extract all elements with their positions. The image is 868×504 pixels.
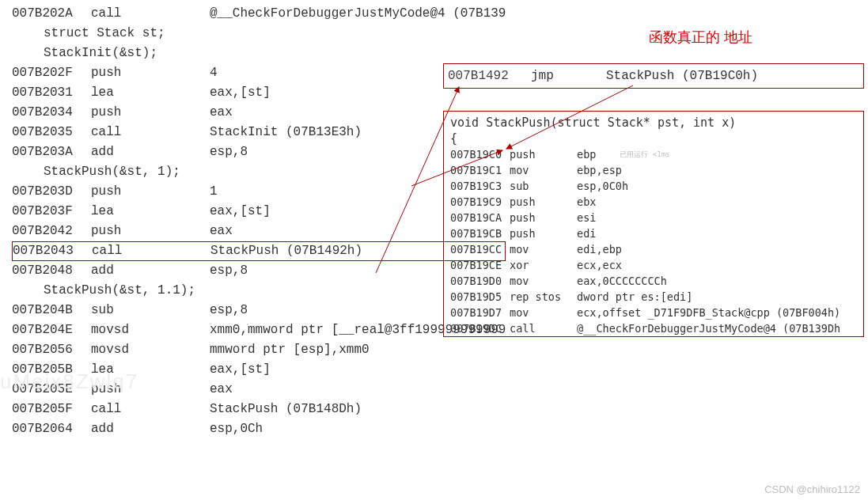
func-row[interactable]: 007B19CApushesi — [444, 210, 863, 225]
disasm-op: esp,0Ch — [210, 419, 263, 439]
disasm-op: 4 — [210, 63, 218, 83]
disasm-op: StackInit (07B13E3h) — [210, 123, 362, 142]
disasm-row[interactable]: 007B2043callStackPush (07B1492h) — [12, 241, 506, 261]
func-op: dword ptr es:[edi] — [577, 289, 692, 305]
disasm-row[interactable]: 007B202Acall@__CheckForDebuggerJustMyCod… — [12, 4, 506, 24]
func-row[interactable]: 007B19D7movecx,offset _D71F9DFB_Stack@cp… — [444, 305, 863, 320]
func-mnem: push — [510, 146, 577, 162]
disasm-op: StackPush (07B148Dh) — [210, 400, 362, 419]
disasm-mnem: movsd — [91, 320, 210, 340]
disassembly-left[interactable]: 007B202Acall@__CheckForDebuggerJustMyCod… — [12, 4, 506, 439]
function-body-box[interactable]: void StackPush(struct Stack* pst, int x)… — [443, 111, 864, 337]
source-line[interactable]: StackInit(&st); — [12, 44, 506, 63]
func-row[interactable]: 007B19DCcall@__CheckForDebuggerJustMyCod… — [444, 320, 863, 336]
disasm-addr: 007B204E — [12, 320, 91, 340]
disasm-row[interactable]: 007B203Aaddesp,8 — [12, 142, 506, 162]
disasm-addr: 007B2043 — [13, 241, 92, 261]
source-line[interactable]: StackPush(&st, 1.1); — [12, 281, 506, 301]
func-addr: 007B19D0 — [444, 273, 510, 289]
disasm-op: @__CheckForDebuggerJustMyCode@4 (07B139 — [210, 4, 506, 24]
disasm-addr: 007B2035 — [12, 123, 91, 142]
func-addr: 007B19C9 — [444, 194, 510, 210]
disasm-mnem: movsd — [91, 340, 210, 360]
func-op: @__CheckForDebuggerJustMyCode@4 (07B139D… — [577, 320, 840, 336]
func-row[interactable]: 007B19CBpushedi — [444, 225, 863, 241]
disasm-row[interactable]: 007B2034pusheax — [12, 103, 506, 123]
func-addr: 007B19DC — [444, 320, 510, 336]
disasm-mnem: call — [91, 4, 210, 24]
disasm-row[interactable]: 007B2056movsdmmword ptr [esp],xmm0 — [12, 340, 506, 360]
func-addr: 007B19C3 — [444, 178, 510, 194]
disasm-op: eax — [210, 380, 233, 400]
func-addr: 007B19CA — [444, 210, 510, 225]
func-row[interactable]: 007B19C0pushebp已用运行 <1ms — [444, 146, 863, 162]
source-line[interactable]: StackPush(&st, 1); — [12, 162, 506, 182]
func-op: eax,0CCCCCCCCh — [577, 273, 667, 289]
disasm-mnem: add — [91, 142, 210, 162]
disasm-addr: 007B203A — [12, 142, 91, 162]
func-row[interactable]: 007B19C9pushebx — [444, 194, 863, 210]
source-line[interactable]: struct Stack st; — [12, 24, 506, 44]
disasm-row[interactable]: 007B204Emovsdxmm0,mmword ptr [__real@3ff… — [12, 320, 506, 340]
disasm-row[interactable]: 007B2042pusheax — [12, 222, 506, 241]
disasm-addr: 007B2064 — [12, 419, 91, 439]
annotation-real-address: 函数真正的 地址 — [649, 28, 752, 47]
disasm-op: eax,[st] — [210, 202, 271, 222]
disasm-mnem: lea — [91, 360, 210, 380]
disasm-addr: 007B203D — [12, 182, 91, 202]
disasm-row[interactable]: 007B205FcallStackPush (07B148Dh) — [12, 400, 506, 419]
disasm-mnem: push — [91, 103, 210, 123]
disasm-op: StackPush (07B1492h) — [210, 241, 362, 261]
disasm-op: eax,[st] — [210, 83, 271, 103]
func-row[interactable]: 007B19CExorecx,ecx — [444, 257, 863, 273]
func-mnem: mov — [510, 305, 577, 320]
func-mnem: mov — [510, 273, 577, 289]
disasm-addr: 007B205E — [12, 380, 91, 400]
disasm-mnem: push — [91, 222, 210, 241]
jmp-box[interactable]: 007B1492 jmp StackPush (07B19C0h) — [443, 63, 864, 89]
disasm-op: 1 — [210, 182, 218, 202]
disasm-mnem: call — [91, 123, 210, 142]
disasm-row[interactable]: 007B2048addesp,8 — [12, 261, 506, 281]
disasm-addr: 007B205B — [12, 360, 91, 380]
func-row[interactable]: 007B19D5rep stosdword ptr es:[edi] — [444, 289, 863, 305]
disasm-row[interactable]: 007B204Bsubesp,8 — [12, 301, 506, 320]
disasm-row[interactable]: 007B205Bleaeax,[st] — [12, 360, 506, 380]
disasm-row[interactable]: 007B203Fleaeax,[st] — [12, 202, 506, 222]
disasm-addr: 007B202F — [12, 63, 91, 83]
watermark-csdn: CSDN @chihiro1122 — [764, 479, 860, 499]
disasm-row[interactable]: 007B205Epusheax — [12, 380, 506, 400]
disasm-row[interactable]: 007B203Dpush1 — [12, 182, 506, 202]
func-mnem: mov — [510, 241, 577, 257]
source-text: StackPush(&st, 1.1); — [12, 281, 195, 301]
disasm-row[interactable]: 007B2035callStackInit (07B13E3h) — [12, 123, 506, 142]
disasm-row[interactable]: 007B2031leaeax,[st] — [12, 83, 506, 103]
jmp-mnem: jmp — [531, 66, 606, 86]
disasm-mnem: lea — [91, 202, 210, 222]
disasm-op: eax — [210, 222, 233, 241]
disasm-mnem: call — [91, 400, 210, 419]
disasm-row[interactable]: 007B202Fpush4 — [12, 63, 506, 83]
disasm-op: esp,8 — [210, 142, 248, 162]
disasm-op: esp,8 — [210, 301, 248, 320]
func-row[interactable]: 007B19CCmovedi,ebp — [444, 241, 863, 257]
func-op: ecx,ecx — [577, 257, 622, 273]
func-op: ecx,offset _D71F9DFB_Stack@cpp (07BF004h… — [577, 305, 840, 320]
disasm-op: eax — [210, 103, 233, 123]
func-row[interactable]: 007B19C3subesp,0C0h — [444, 178, 863, 194]
func-mnem: call — [510, 320, 577, 336]
source-text: StackPush(&st, 1); — [12, 162, 180, 182]
perf-hint: 已用运行 <1ms — [596, 146, 669, 162]
disasm-op: esp,8 — [210, 261, 248, 281]
func-mnem: push — [510, 225, 577, 241]
jmp-op: StackPush (07B19C0h) — [606, 66, 758, 86]
func-mnem: push — [510, 194, 577, 210]
disasm-mnem: add — [91, 419, 210, 439]
func-mnem: sub — [510, 178, 577, 194]
func-row[interactable]: 007B19D0moveax,0CCCCCCCCh — [444, 273, 863, 289]
func-row[interactable]: 007B19C1movebp,esp — [444, 162, 863, 178]
disasm-row[interactable]: 007B2064addesp,0Ch — [12, 419, 506, 439]
source-text: struct Stack st; — [12, 24, 165, 44]
func-brace: { — [444, 131, 863, 146]
disasm-addr: 007B2042 — [12, 222, 91, 241]
